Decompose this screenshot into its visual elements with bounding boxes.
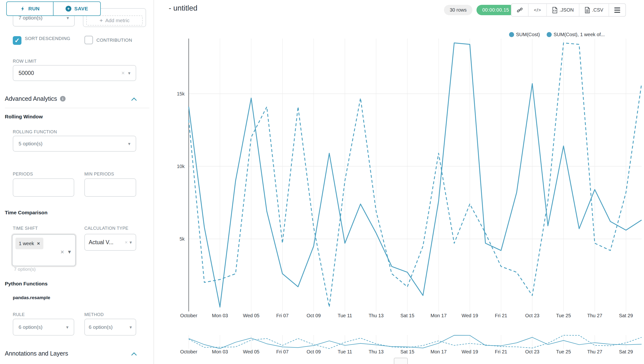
svg-text:Thu 27: Thu 27 <box>587 349 602 354</box>
svg-text:Sat 15: Sat 15 <box>400 349 414 354</box>
svg-text:Tue 25: Tue 25 <box>556 313 571 318</box>
svg-text:Oct 09: Oct 09 <box>306 313 321 318</box>
svg-text:Wed 05: Wed 05 <box>243 349 260 354</box>
svg-text:October: October <box>180 313 197 318</box>
svg-text:15k: 15k <box>177 91 185 96</box>
svg-text:Thu 27: Thu 27 <box>587 313 602 318</box>
svg-text:Thu 13: Thu 13 <box>368 313 384 318</box>
svg-text:Mon 03: Mon 03 <box>212 349 228 354</box>
svg-text:Tue 11: Tue 11 <box>338 313 352 318</box>
svg-text:Sat 29: Sat 29 <box>619 349 633 354</box>
svg-text:Tue 11: Tue 11 <box>338 349 352 354</box>
svg-text:Wed 19: Wed 19 <box>462 349 478 354</box>
svg-text:Fri 21: Fri 21 <box>495 313 507 318</box>
svg-text:Oct 23: Oct 23 <box>525 349 540 354</box>
svg-text:Mon 03: Mon 03 <box>212 313 228 318</box>
svg-text:Sat 15: Sat 15 <box>400 313 414 318</box>
datazoom-handle[interactable] <box>394 358 408 364</box>
svg-text:5k: 5k <box>180 236 185 242</box>
save-button-label: SAVE <box>74 6 88 12</box>
svg-text:Fri 07: Fri 07 <box>276 349 288 354</box>
svg-text:Wed 05: Wed 05 <box>243 313 260 318</box>
svg-text:Wed 19: Wed 19 <box>462 313 478 318</box>
svg-text:Oct 09: Oct 09 <box>306 349 321 354</box>
svg-text:Fri 21: Fri 21 <box>495 349 507 354</box>
svg-text:Mon 17: Mon 17 <box>430 349 446 354</box>
plus-circle-icon: + <box>66 6 71 12</box>
svg-text:Mon 17: Mon 17 <box>430 313 446 318</box>
svg-text:Sat 29: Sat 29 <box>619 313 633 318</box>
svg-text:Thu 13: Thu 13 <box>368 349 384 354</box>
save-button[interactable]: + SAVE <box>53 2 101 16</box>
svg-text:10k: 10k <box>177 164 185 169</box>
run-button[interactable]: RUN <box>6 2 54 16</box>
svg-text:October: October <box>180 349 197 354</box>
svg-text:Tue 25: Tue 25 <box>556 349 571 354</box>
lightning-icon <box>20 6 26 11</box>
svg-text:Fri 07: Fri 07 <box>276 313 288 318</box>
svg-text:Oct 23: Oct 23 <box>525 313 540 318</box>
timeseries-line-chart[interactable]: 5k10k15kOctoberOctoberMon 03Mon 03Wed 05… <box>0 0 644 364</box>
run-button-label: RUN <box>28 6 40 12</box>
